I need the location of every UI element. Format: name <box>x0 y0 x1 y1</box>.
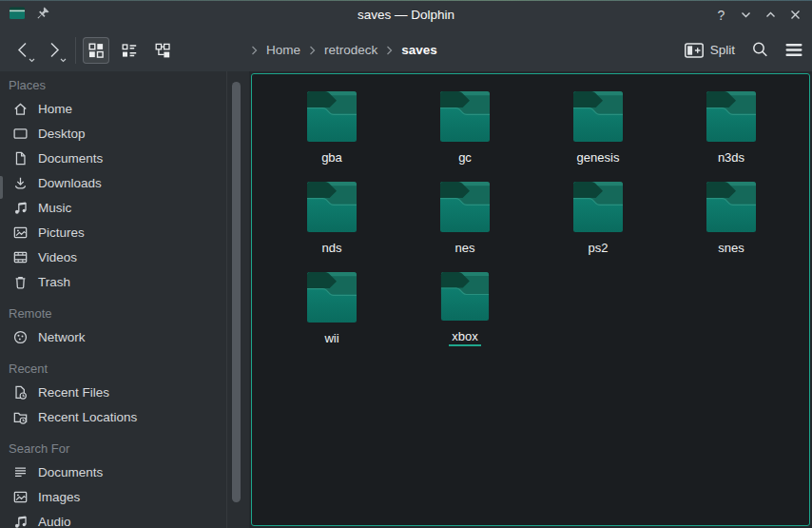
music-note-icon <box>12 200 29 216</box>
panel-edge-marker <box>0 176 3 199</box>
music-note-icon <box>12 514 29 528</box>
folder-label: wii <box>321 331 341 346</box>
download-icon <box>12 175 29 191</box>
menu-button[interactable] <box>785 43 802 57</box>
home-icon <box>12 101 29 117</box>
main-toolbar: Home retrodeck saves Split <box>0 29 812 71</box>
text-lines-icon <box>12 464 29 480</box>
view-container: gba gc genesis n3ds <box>249 71 812 528</box>
compact-view-icon <box>122 43 137 58</box>
folder-icon <box>305 182 358 235</box>
sidebar-item-label: Network <box>38 330 86 344</box>
trash-icon <box>12 274 29 290</box>
folder-item-snes[interactable]: snes <box>665 174 798 256</box>
sidebar-item-label: Documents <box>38 465 103 479</box>
folder-icon <box>571 91 625 145</box>
sidebar-item-label: Pictures <box>38 225 85 240</box>
sidebar-item-label: Recent Locations <box>38 410 137 424</box>
titlebar[interactable]: saves — Dolphin ? <box>0 1 812 29</box>
sidebar-item-downloads[interactable]: Downloads <box>0 170 226 195</box>
folder-item-gba[interactable]: gba <box>265 84 398 166</box>
tree-view-button[interactable] <box>149 37 176 64</box>
folder-label: nds <box>319 241 345 256</box>
folder-icon <box>705 182 758 235</box>
maximize-button[interactable] <box>763 7 779 23</box>
section-header-recent: Recent <box>0 361 226 378</box>
sidebar-item-label: Music <box>38 201 71 215</box>
sidebar-item-videos[interactable]: Videos <box>0 244 226 269</box>
sidebar-item-label: Documents <box>38 151 103 166</box>
folder-item-wii[interactable]: wii <box>265 264 398 346</box>
icons-view-button[interactable] <box>83 37 109 64</box>
film-icon <box>12 249 29 265</box>
minimize-button[interactable] <box>738 7 754 23</box>
sidebar-item-music[interactable]: Music <box>0 195 226 220</box>
folder-item-nes[interactable]: nes <box>398 174 532 256</box>
breadcrumb-segment-home[interactable]: Home <box>264 43 302 57</box>
image-icon <box>12 489 29 505</box>
app-folder-icon[interactable] <box>9 6 26 25</box>
folder-icon <box>438 182 492 235</box>
network-icon <box>12 329 29 345</box>
section-header-places: Places <box>0 77 226 94</box>
sidebar-item-recent-locations[interactable]: Recent Locations <box>0 404 226 429</box>
split-button[interactable]: Split <box>685 43 735 58</box>
folder-item-xbox[interactable]: xbox <box>398 264 532 346</box>
sidebar-item-network[interactable]: Network <box>0 324 226 349</box>
hamburger-icon <box>785 43 802 57</box>
sidebar-item-home[interactable]: Home <box>0 96 226 121</box>
folder-item-ps2[interactable]: ps2 <box>532 174 665 256</box>
search-button[interactable] <box>751 41 769 59</box>
sidebar-item-pictures[interactable]: Pictures <box>0 220 226 244</box>
sidebar-item-trash[interactable]: Trash <box>0 269 226 294</box>
sidebar-item-desktop[interactable]: Desktop <box>0 121 226 146</box>
sidebar-item-label: Recent Files <box>38 385 109 400</box>
folder-grid: gba gc genesis n3ds <box>265 84 809 346</box>
folder-icon <box>571 182 625 235</box>
back-dropdown-caret-icon <box>29 58 35 63</box>
breadcrumb-segment-retrodeck[interactable]: retrodeck <box>322 43 379 57</box>
toolbar-separator <box>75 37 76 64</box>
compact-view-button[interactable] <box>116 37 143 64</box>
sidebar-scrollbar-thumb[interactable] <box>232 82 241 502</box>
pin-icon[interactable] <box>36 6 50 24</box>
folder-label: snes <box>715 241 746 256</box>
window-title: saves — Dolphin <box>0 8 812 22</box>
document-icon <box>12 150 29 166</box>
sidebar-item-label: Desktop <box>38 127 86 141</box>
folder-item-genesis[interactable]: genesis <box>532 84 665 166</box>
folder-item-gc[interactable]: gc <box>398 84 532 166</box>
folder-label: nes <box>453 241 478 256</box>
sidebar-item-label: Videos <box>38 250 77 264</box>
folder-icon <box>705 91 758 145</box>
section-header-search-for: Search For <box>0 440 226 458</box>
search-icon <box>751 41 769 59</box>
breadcrumb: Home retrodeck saves <box>251 29 439 71</box>
folder-label: gc <box>455 150 474 166</box>
sidebar-item-search-documents[interactable]: Documents <box>0 460 226 484</box>
sidebar-scrollbar-track[interactable] <box>226 71 249 528</box>
desktop-icon <box>12 126 29 142</box>
folder-item-n3ds[interactable]: n3ds <box>665 84 798 166</box>
back-button[interactable] <box>10 36 35 65</box>
recent-locations-icon <box>12 409 29 425</box>
sidebar-item-search-audio[interactable]: Audio <box>0 509 226 528</box>
places-panel: Places Home Desktop Documents Downloads … <box>0 71 226 528</box>
sidebar-item-recent-files[interactable]: Recent Files <box>0 380 226 404</box>
folder-icon <box>438 272 492 323</box>
help-button[interactable]: ? <box>713 7 729 23</box>
folder-item-nds[interactable]: nds <box>265 174 398 256</box>
sidebar-item-label: Audio <box>38 515 71 528</box>
folder-icon <box>305 91 358 145</box>
folder-view[interactable]: gba gc genesis n3ds <box>251 73 810 526</box>
breadcrumb-chevron-icon <box>251 46 258 55</box>
recent-files-icon <box>12 384 29 401</box>
forward-dropdown-caret-icon <box>60 58 67 63</box>
close-button[interactable] <box>787 7 803 23</box>
forward-button[interactable] <box>41 36 67 65</box>
sidebar-item-documents[interactable]: Documents <box>0 146 226 170</box>
breadcrumb-chevron-icon <box>386 46 393 55</box>
folder-icon <box>438 91 492 145</box>
sidebar-item-search-images[interactable]: Images <box>0 484 226 509</box>
breadcrumb-segment-saves[interactable]: saves <box>399 43 439 57</box>
